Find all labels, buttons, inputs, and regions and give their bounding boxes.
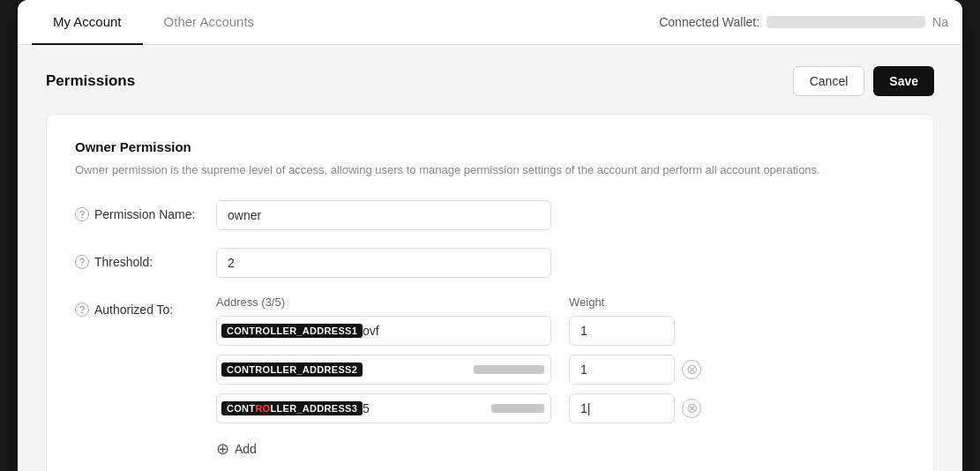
- weight-row-2: ⊗: [569, 355, 701, 385]
- authorized-to-row: ? Authorized To: Address (3/5) CONTROLLE…: [75, 295, 905, 462]
- weight-row-1: [569, 316, 701, 346]
- address-tag-3: CONTROLLER_ADDRESS3: [221, 401, 363, 415]
- address-tag-1: CONTROLLER_ADDRESS1: [221, 324, 363, 338]
- address-input-wrap-1: CONTROLLER_ADDRESS1: [216, 316, 551, 346]
- permission-name-input[interactable]: [216, 200, 551, 230]
- remove-icon-3: ⊗: [686, 400, 698, 416]
- weight-input-1[interactable]: [569, 316, 675, 346]
- cancel-button[interactable]: Cancel: [793, 66, 865, 96]
- weight-input-3[interactable]: [569, 393, 675, 423]
- main-window: My Account Other Accounts Connected Wall…: [18, 0, 962, 471]
- address-input-wrap-3: CONTROLLER_ADDRESS3: [216, 393, 551, 423]
- address-blur-3: [491, 404, 544, 413]
- threshold-row: ? Threshold:: [75, 248, 905, 278]
- weight-row-3: ⊗: [569, 393, 701, 423]
- add-address-button[interactable]: ⊕ Add: [216, 436, 551, 462]
- section-title: Permissions: [46, 72, 135, 90]
- permissions-box: Owner Permission Owner permission is the…: [46, 114, 934, 471]
- address-count-label: Address (3/5): [216, 295, 551, 309]
- authorized-to-label: ? Authorized To:: [75, 295, 216, 317]
- weight-input-2[interactable]: [569, 355, 675, 385]
- content-area: Permissions Cancel Save Owner Permission…: [18, 45, 962, 471]
- address-input-wrap-2: CONTROLLER_ADDRESS2: [216, 355, 551, 385]
- permission-name-row: ? Permission Name:: [75, 200, 905, 230]
- address-row-1: CONTROLLER_ADDRESS1: [216, 316, 551, 346]
- connected-wallet: Connected Wallet: Na: [659, 15, 948, 29]
- addresses-col: Address (3/5) CONTROLLER_ADDRESS1 CONTR: [216, 295, 551, 462]
- section-header: Permissions Cancel Save: [46, 66, 934, 96]
- threshold-label: ? Threshold:: [75, 248, 216, 269]
- remove-icon-2: ⊗: [686, 361, 698, 378]
- address-row-3: CONTROLLER_ADDRESS3: [216, 393, 551, 423]
- tab-my-account[interactable]: My Account: [32, 0, 143, 45]
- address-row-2: CONTROLLER_ADDRESS2: [216, 355, 551, 385]
- authorized-help-icon[interactable]: ?: [75, 303, 89, 317]
- threshold-input[interactable]: [216, 248, 551, 278]
- authorized-section: Address (3/5) CONTROLLER_ADDRESS1 CONTR: [216, 295, 701, 462]
- save-button[interactable]: Save: [873, 66, 934, 96]
- tab-bar: My Account Other Accounts Connected Wall…: [18, 0, 962, 45]
- action-buttons: Cancel Save: [793, 66, 934, 96]
- remove-address-3-button[interactable]: ⊗: [682, 399, 701, 418]
- wallet-value: [767, 16, 925, 28]
- wallet-tail: Na: [932, 15, 948, 29]
- remove-address-2-button[interactable]: ⊗: [682, 360, 701, 379]
- owner-permission-desc: Owner permission is the supreme level of…: [75, 161, 905, 179]
- weights-col: Weight ⊗: [551, 295, 701, 423]
- add-circle-icon: ⊕: [216, 439, 229, 459]
- address-blur-2: [474, 365, 544, 374]
- tab-other-accounts[interactable]: Other Accounts: [143, 0, 276, 45]
- permission-name-help-icon[interactable]: ?: [75, 207, 89, 221]
- weight-col-label: Weight: [551, 295, 701, 309]
- highlight-ro: RO: [255, 403, 270, 414]
- threshold-help-icon[interactable]: ?: [75, 255, 89, 269]
- permission-name-label: ? Permission Name:: [75, 200, 216, 221]
- address-tag-2: CONTROLLER_ADDRESS2: [221, 363, 363, 377]
- weight-rows-wrap: ⊗ ⊗: [551, 316, 701, 423]
- owner-permission-title: Owner Permission: [75, 139, 905, 154]
